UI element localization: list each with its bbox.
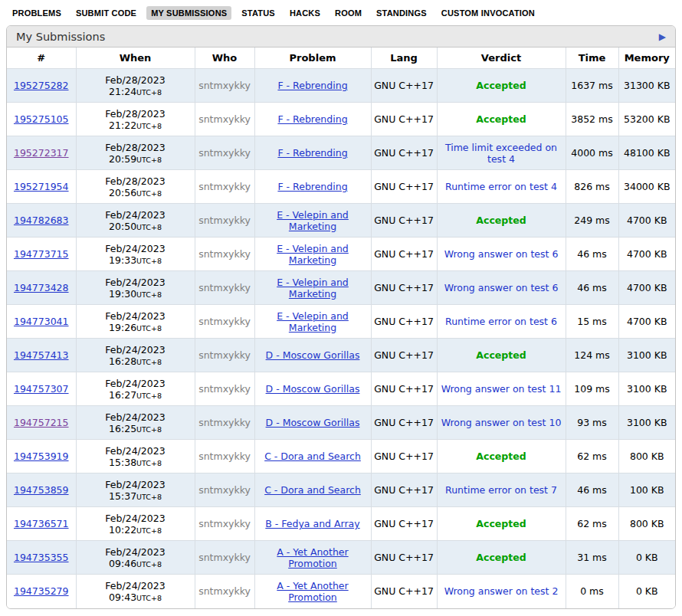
submission-author-link[interactable]: sntmxykky: [198, 248, 251, 260]
submission-lang: GNU C++17: [371, 507, 437, 541]
submission-problem-link[interactable]: D - Moscow Gorillas: [266, 349, 360, 361]
column-header-time: Time: [566, 48, 618, 69]
submission-verdict: Wrong answer on test 11: [441, 383, 562, 395]
submission-problem-link[interactable]: F - Rebrending: [277, 181, 347, 192]
submission-problem-link[interactable]: F - Rebrending: [277, 113, 347, 125]
submission-author-link[interactable]: sntmxykky: [198, 282, 251, 293]
nav-item-my-submissions[interactable]: MY SUBMISSIONS: [146, 6, 231, 20]
submission-when: Feb/24/2023 16:27UTC+8: [76, 372, 195, 406]
nav-item-submit-code[interactable]: SUBMIT CODE: [71, 6, 141, 20]
submission-author-link[interactable]: sntmxykky: [198, 484, 251, 496]
submission-verdict: Wrong answer on test 6: [444, 248, 559, 260]
submission-memory: 48100 KB: [618, 136, 675, 170]
submission-id-link[interactable]: 194736571: [14, 518, 69, 529]
submission-when: Feb/24/2023 20:50UTC+8: [76, 204, 195, 238]
submission-time: 826 ms: [566, 170, 618, 204]
submission-id-link[interactable]: 195275105: [14, 113, 69, 125]
submission-problem-link[interactable]: F - Rebrending: [277, 80, 347, 91]
submission-problem-link[interactable]: F - Rebrending: [277, 147, 347, 159]
submission-problem-link[interactable]: D - Moscow Gorillas: [266, 383, 360, 395]
submission-id-link[interactable]: 194782683: [14, 215, 69, 226]
expand-arrow-icon[interactable]: ▶: [659, 32, 667, 41]
nav-item-standings[interactable]: STANDINGS: [372, 6, 431, 20]
submission-lang: GNU C++17: [371, 271, 437, 305]
submission-problem-link[interactable]: C - Dora and Search: [264, 484, 361, 496]
submission-author-link[interactable]: sntmxykky: [198, 147, 251, 159]
submission-row: 194735279 Feb/24/2023 09:43UTC+8 sntmxyk…: [7, 575, 675, 608]
nav-item-problems[interactable]: PROBLEMS: [8, 6, 66, 20]
submission-time: 93 ms: [566, 406, 618, 440]
submission-id-link[interactable]: 195272317: [14, 147, 69, 159]
submission-id-link[interactable]: 195275282: [14, 80, 69, 91]
submission-id-link[interactable]: 194757307: [14, 383, 69, 395]
submission-author-link[interactable]: sntmxykky: [198, 316, 251, 327]
submission-author-link[interactable]: sntmxykky: [198, 113, 251, 125]
submission-row: 194773715 Feb/24/2023 19:33UTC+8 sntmxyk…: [7, 238, 675, 271]
submission-memory: 4700 KB: [618, 204, 675, 238]
nav-item-status[interactable]: STATUS: [237, 6, 280, 20]
submission-memory: 800 KB: [618, 440, 675, 473]
submission-author-link[interactable]: sntmxykky: [198, 215, 251, 226]
submission-time: 62 ms: [566, 440, 618, 473]
submission-id-link[interactable]: 194753859: [14, 484, 69, 496]
submission-row: 194773041 Feb/24/2023 19:26UTC+8 sntmxyk…: [7, 305, 675, 339]
submission-author-link[interactable]: sntmxykky: [198, 349, 251, 361]
nav-item-room[interactable]: ROOM: [330, 6, 366, 20]
column-header-memory: Memory: [618, 48, 675, 69]
nav-item-custom-invocation[interactable]: CUSTOM INVOCATION: [437, 6, 539, 20]
submission-author-link[interactable]: sntmxykky: [198, 518, 251, 529]
submission-when: Feb/24/2023 16:28UTC+8: [76, 339, 195, 372]
column-header-when: When: [76, 48, 195, 69]
submission-id-link[interactable]: 194753919: [14, 451, 69, 462]
submission-row: 195272317 Feb/28/2023 20:59UTC+8 sntmxyk…: [7, 136, 675, 170]
submission-lang: GNU C++17: [371, 204, 437, 238]
submission-problem-link[interactable]: C - Dora and Search: [264, 451, 361, 462]
submission-problem-link[interactable]: B - Fedya and Array: [265, 518, 359, 529]
submission-author-link[interactable]: sntmxykky: [198, 80, 251, 91]
submission-id-link[interactable]: 194757413: [14, 349, 69, 361]
submission-author-link[interactable]: sntmxykky: [198, 181, 251, 192]
submission-author-link[interactable]: sntmxykky: [198, 552, 251, 563]
submission-memory: 800 KB: [618, 507, 675, 541]
submission-memory: 3100 KB: [618, 339, 675, 372]
submission-row: 194735355 Feb/24/2023 09:46UTC+8 sntmxyk…: [7, 541, 675, 575]
submission-row: 194753919 Feb/24/2023 15:38UTC+8 sntmxyk…: [7, 440, 675, 473]
submission-when: Feb/24/2023 15:37UTC+8: [76, 473, 195, 507]
submission-problem-link[interactable]: E - Velepin and Marketing: [277, 209, 349, 232]
submission-when: Feb/24/2023 09:46UTC+8: [76, 541, 195, 575]
submission-author-link[interactable]: sntmxykky: [198, 451, 251, 462]
submission-lang: GNU C++17: [371, 440, 437, 473]
submission-verdict: Accepted: [476, 113, 526, 125]
submission-memory: 4700 KB: [618, 271, 675, 305]
submission-row: 194757307 Feb/24/2023 16:27UTC+8 sntmxyk…: [7, 372, 675, 406]
submission-id-link[interactable]: 194773428: [14, 282, 69, 293]
submission-row: 194757413 Feb/24/2023 16:28UTC+8 sntmxyk…: [7, 339, 675, 372]
nav-item-hacks[interactable]: HACKS: [285, 6, 325, 20]
submission-id-link[interactable]: 194735279: [14, 585, 69, 597]
submission-time: 31 ms: [566, 541, 618, 575]
submission-author-link[interactable]: sntmxykky: [198, 417, 251, 428]
submission-verdict: Accepted: [476, 215, 526, 226]
submission-id-link[interactable]: 194773715: [14, 248, 69, 260]
submission-id-link[interactable]: 194735355: [14, 552, 69, 563]
submission-problem-link[interactable]: A - Yet Another Promotion: [277, 546, 348, 569]
submission-when: Feb/28/2023 20:59UTC+8: [76, 136, 195, 170]
submission-id-link[interactable]: 194773041: [14, 316, 69, 327]
submission-problem-link[interactable]: D - Moscow Gorillas: [266, 417, 360, 428]
submission-lang: GNU C++17: [371, 238, 437, 271]
submission-problem-link[interactable]: A - Yet Another Promotion: [277, 580, 348, 603]
submission-author-link[interactable]: sntmxykky: [198, 383, 251, 395]
submission-when: Feb/24/2023 10:22UTC+8: [76, 507, 195, 541]
top-nav: PROBLEMSSUBMIT CODEMY SUBMISSIONSSTATUSH…: [0, 0, 682, 24]
submission-row: 194773428 Feb/24/2023 19:30UTC+8 sntmxyk…: [7, 271, 675, 305]
submission-problem-link[interactable]: E - Velepin and Marketing: [277, 277, 349, 300]
submission-problem-link[interactable]: E - Velepin and Marketing: [277, 243, 349, 266]
submission-memory: 0 KB: [618, 541, 675, 575]
submission-time: 249 ms: [566, 204, 618, 238]
submission-id-link[interactable]: 195271954: [14, 181, 69, 192]
submission-row: 194736571 Feb/24/2023 10:22UTC+8 sntmxyk…: [7, 507, 675, 541]
submission-id-link[interactable]: 194757215: [14, 417, 69, 428]
submission-problem-link[interactable]: E - Velepin and Marketing: [277, 310, 349, 333]
submission-lang: GNU C++17: [371, 69, 437, 103]
submission-author-link[interactable]: sntmxykky: [198, 585, 251, 597]
